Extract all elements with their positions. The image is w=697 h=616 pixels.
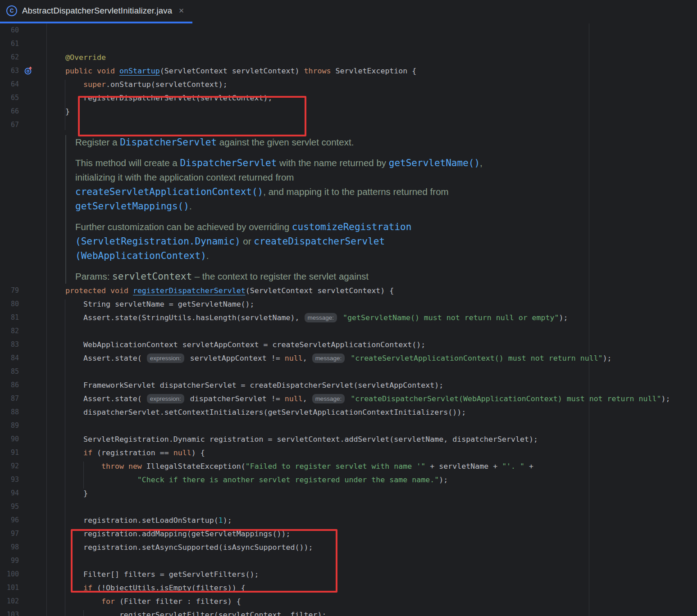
code-line[interactable]: 85 [0, 365, 697, 378]
line-number[interactable]: 89 [0, 421, 19, 430]
code-text[interactable]: throw new IllegalStateException("Failed … [46, 462, 533, 471]
code-line[interactable]: 79protected void registerDispatcherServl… [0, 284, 697, 297]
line-number[interactable]: 86 [0, 381, 19, 389]
line-number[interactable]: 100 [0, 570, 19, 578]
gutter[interactable]: 64 [0, 80, 46, 88]
code-line[interactable]: 63public void onStartup(ServletContext s… [0, 64, 697, 77]
line-number[interactable]: 60 [0, 26, 19, 34]
code-text[interactable]: @Override [46, 53, 106, 62]
line-number[interactable]: 94 [0, 489, 19, 497]
code-line[interactable]: 97 registration.addMapping(getServletMap… [0, 527, 697, 540]
code-line[interactable]: 84 Assert.state( expression: servletAppC… [0, 351, 697, 365]
line-number[interactable]: 90 [0, 435, 19, 443]
code-text[interactable]: dispatcherServlet.setContextInitializers… [46, 408, 466, 417]
line-number[interactable]: 66 [0, 107, 19, 115]
line-number[interactable]: 91 [0, 448, 19, 457]
gutter[interactable]: 94 [0, 489, 46, 497]
code-text[interactable]: for (Filter filter : filters) { [46, 597, 241, 606]
code-line[interactable]: 86 FrameworkServlet dispatcherServlet = … [0, 378, 697, 392]
line-number[interactable]: 62 [0, 53, 19, 61]
gutter[interactable]: 63 [0, 66, 46, 75]
gutter[interactable]: 84 [0, 354, 46, 362]
editor-tab-active[interactable]: C AbstractDispatcherServletInitializer.j… [0, 0, 192, 23]
line-number[interactable]: 103 [0, 611, 19, 616]
code-text[interactable]: Assert.state(StringUtils.hasLength(servl… [46, 313, 568, 322]
code-text[interactable]: FrameworkServlet dispatcherServlet = cre… [46, 381, 443, 390]
line-number[interactable]: 97 [0, 530, 19, 538]
line-number[interactable]: 64 [0, 80, 19, 88]
code-line[interactable]: 92 throw new IllegalStateException("Fail… [0, 459, 697, 473]
code-text[interactable]: if (!ObjectUtils.isEmpty(filters)) { [46, 584, 246, 592]
code-line[interactable]: 95 [0, 500, 697, 513]
code-text[interactable]: } [46, 107, 70, 116]
gutter[interactable]: 100 [0, 570, 46, 578]
code-line[interactable]: 62@Override [0, 50, 697, 64]
gutter[interactable]: 61 [0, 40, 46, 48]
code-text[interactable]: registration.setLoadOnStartup(1); [46, 516, 232, 525]
gutter[interactable]: 65 [0, 94, 46, 102]
gutter[interactable]: 66 [0, 107, 46, 115]
tab-close-icon[interactable]: ✕ [178, 7, 184, 15]
doc-link[interactable]: getServletName() [389, 158, 480, 168]
gutter[interactable]: 86 [0, 381, 46, 389]
line-number[interactable]: 85 [0, 367, 19, 376]
code-line[interactable]: 81 Assert.state(StringUtils.hasLength(se… [0, 311, 697, 324]
gutter[interactable]: 81 [0, 313, 46, 322]
code-line[interactable]: 87 Assert.state( expression: dispatcherS… [0, 392, 697, 405]
line-number[interactable]: 98 [0, 543, 19, 551]
doc-link[interactable]: createServletApplicationContext() [75, 186, 263, 197]
gutter[interactable]: 96 [0, 516, 46, 524]
line-number[interactable]: 93 [0, 476, 19, 484]
line-number[interactable]: 102 [0, 597, 19, 605]
code-line[interactable]: 67 [0, 118, 697, 131]
line-number[interactable]: 61 [0, 40, 19, 48]
code-text[interactable]: public void onStartup(ServletContext ser… [46, 67, 416, 75]
gutter[interactable]: 60 [0, 26, 46, 34]
code-line[interactable]: 99 [0, 554, 697, 567]
line-number[interactable]: 82 [0, 327, 19, 335]
gutter[interactable]: 85 [0, 367, 46, 376]
code-text[interactable]: Filter[] filters = getServletFilters(); [46, 570, 259, 579]
gutter[interactable]: 88 [0, 408, 46, 416]
gutter[interactable]: 93 [0, 476, 46, 484]
code-line[interactable]: 94 } [0, 486, 697, 500]
gutter[interactable]: 89 [0, 421, 46, 430]
line-number[interactable]: 83 [0, 340, 19, 349]
line-number[interactable]: 81 [0, 313, 19, 322]
doc-link[interactable]: DispatcherServlet [120, 137, 217, 148]
line-number[interactable]: 95 [0, 503, 19, 511]
code-text[interactable]: registration.setAsyncSupported(isAsyncSu… [46, 543, 313, 552]
code-text[interactable]: registerServletFilter(servletContext, fi… [46, 611, 326, 616]
gutter[interactable]: 95 [0, 503, 46, 511]
code-line[interactable]: 61 [0, 37, 697, 50]
code-line[interactable]: 65 registerDispatcherServlet(servletCont… [0, 91, 697, 104]
code-line[interactable]: 83 WebApplicationContext servletAppConte… [0, 338, 697, 351]
code-text[interactable]: super.onStartup(servletContext); [46, 80, 228, 89]
code-text[interactable]: if (registration == null) { [46, 448, 205, 457]
code-line[interactable]: 100 Filter[] filters = getServletFilters… [0, 567, 697, 581]
gutter[interactable]: 87 [0, 394, 46, 403]
code-line[interactable]: 101 if (!ObjectUtils.isEmpty(filters)) { [0, 581, 697, 594]
gutter[interactable]: 98 [0, 543, 46, 551]
code-editor[interactable]: 606162@Override63public void onStartup(S… [0, 23, 697, 616]
gutter[interactable]: 79 [0, 286, 46, 294]
code-text[interactable]: WebApplicationContext servletAppContext … [46, 340, 425, 349]
code-line[interactable]: 93 "Check if there is another servlet re… [0, 473, 697, 486]
code-line[interactable]: 98 registration.setAsyncSupported(isAsyn… [0, 540, 697, 554]
code-text[interactable]: registerDispatcherServlet(servletContext… [46, 94, 273, 102]
code-line[interactable]: 60 [0, 23, 697, 37]
code-line[interactable]: 64 super.onStartup(servletContext); [0, 77, 697, 91]
line-number[interactable]: 96 [0, 516, 19, 524]
line-number[interactable]: 67 [0, 121, 19, 129]
gutter[interactable]: 102 [0, 597, 46, 605]
line-number[interactable]: 65 [0, 94, 19, 102]
overriding-method-icon[interactable] [24, 66, 33, 75]
line-number[interactable]: 92 [0, 462, 19, 470]
line-number[interactable]: 79 [0, 286, 19, 294]
code-line[interactable]: 102 for (Filter filter : filters) { [0, 594, 697, 608]
gutter[interactable]: 62 [0, 53, 46, 61]
code-line[interactable]: 91 if (registration == null) { [0, 446, 697, 459]
gutter[interactable]: 82 [0, 327, 46, 335]
gutter[interactable]: 97 [0, 530, 46, 538]
code-text[interactable]: registration.addMapping(getServletMappin… [46, 530, 291, 538]
